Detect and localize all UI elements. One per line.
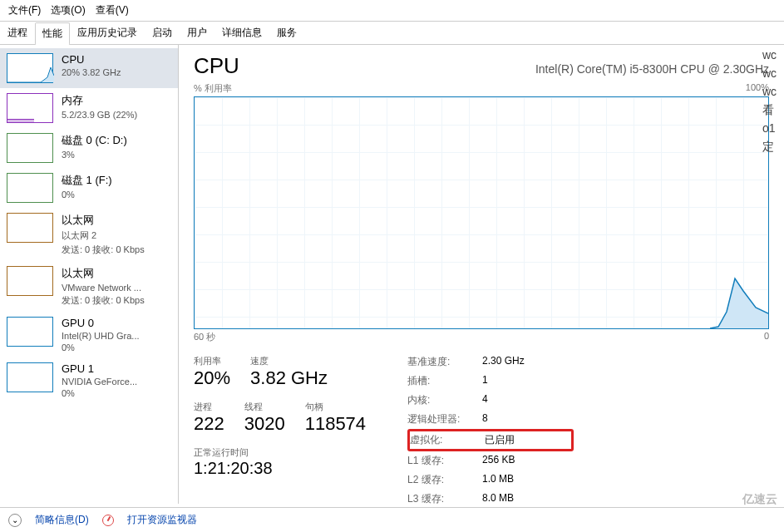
spec-l1-k: L1 缓存: bbox=[407, 454, 482, 468]
menu-view[interactable]: 查看(V) bbox=[96, 3, 129, 17]
spec-cores-v: 4 bbox=[482, 393, 574, 407]
sidebar-item-gpu-6[interactable]: GPU 0Intel(R) UHD Gra...0% bbox=[0, 312, 178, 357]
sidebar-item-sub2: 发送: 0 接收: 0 Kbps bbox=[62, 294, 145, 307]
sidebar-item-sub2: 发送: 0 接收: 0 Kbps bbox=[62, 244, 145, 256]
virtualization-highlight: 虚拟化: 已启用 bbox=[407, 429, 574, 451]
sidebar-item-mem-1[interactable]: 内存5.2/23.9 GB (22%) bbox=[0, 88, 178, 128]
tab-performance[interactable]: 性能 bbox=[35, 22, 70, 45]
sidebar: CPU20% 3.82 GHz内存5.2/23.9 GB (22%)磁盘 0 (… bbox=[0, 45, 179, 504]
sidebar-item-label: GPU 1 bbox=[62, 362, 137, 375]
spec-virt-v: 已启用 bbox=[485, 433, 576, 447]
spec-lproc-v: 8 bbox=[482, 412, 574, 426]
sidebar-item-sub2: 0% bbox=[62, 342, 140, 352]
sidebar-item-cpu-0[interactable]: CPU20% 3.82 GHz bbox=[0, 48, 178, 88]
spec-l2-v: 1.0 MB bbox=[482, 473, 574, 487]
spec-base-k: 基准速度: bbox=[407, 355, 482, 369]
tab-startup[interactable]: 启动 bbox=[145, 22, 180, 44]
spec-cores-k: 内核: bbox=[407, 393, 482, 407]
spec-sockets-k: 插槽: bbox=[407, 374, 482, 388]
stat-threads: 线程 3020 bbox=[244, 401, 285, 435]
sidebar-item-sub: 3% bbox=[62, 150, 127, 160]
tab-bar: 进程 性能 应用历史记录 启动 用户 详细信息 服务 bbox=[0, 22, 784, 45]
sidebar-item-sub: 5.2/23.9 GB (22%) bbox=[62, 110, 137, 120]
chart-x-left: 60 秒 bbox=[194, 331, 215, 343]
content-pane: CPU Intel(R) Core(TM) i5-8300H CPU @ 2.3… bbox=[179, 45, 784, 504]
thumb-gpu-icon bbox=[7, 317, 53, 347]
stat-handles: 句柄 118574 bbox=[305, 401, 366, 435]
stat-utilization: 利用率 20% bbox=[194, 355, 230, 389]
tab-apphistory[interactable]: 应用历史记录 bbox=[70, 22, 145, 44]
resource-monitor-icon[interactable] bbox=[102, 515, 114, 526]
spec-base-v: 2.30 GHz bbox=[482, 355, 574, 369]
tab-users[interactable]: 用户 bbox=[180, 22, 214, 44]
menu-options[interactable]: 选项(O) bbox=[51, 3, 85, 17]
sidebar-item-disk-3[interactable]: 磁盘 1 (F:)0% bbox=[0, 168, 178, 208]
menu-file[interactable]: 文件(F) bbox=[8, 3, 41, 17]
sidebar-item-sub: 20% 3.82 GHz bbox=[62, 67, 121, 77]
thumb-gpu-icon bbox=[7, 362, 53, 392]
sidebar-item-gpu-7[interactable]: GPU 1NVIDIA GeForce...0% bbox=[0, 357, 178, 403]
sidebar-item-eth-4[interactable]: 以太网以太网 2发送: 0 接收: 0 Kbps bbox=[0, 208, 178, 261]
sidebar-item-sub: VMware Network ... bbox=[62, 283, 145, 293]
sidebar-item-eth-5[interactable]: 以太网VMware Network ...发送: 0 接收: 0 Kbps bbox=[0, 261, 178, 312]
chevron-down-icon[interactable]: ⌄ bbox=[8, 514, 22, 527]
footer: ⌄ 简略信息(D) 打开资源监视器 bbox=[0, 507, 784, 532]
stat-uptime: 正常运行时间 1:21:20:38 bbox=[194, 446, 366, 478]
spec-l2-k: L2 缓存: bbox=[407, 473, 482, 487]
spec-table: 基准速度: 2.30 GHz 插槽: 1 内核: 4 逻辑处理器: 8 虚拟化:… bbox=[407, 355, 574, 506]
sidebar-item-sub: NVIDIA GeForce... bbox=[62, 377, 137, 387]
sidebar-item-label: 以太网 bbox=[62, 213, 145, 228]
chart-y-label: % 利用率 bbox=[194, 82, 232, 95]
cpu-model: Intel(R) Core(TM) i5-8300H CPU @ 2.30GHz bbox=[535, 62, 769, 76]
spec-l1-v: 256 KB bbox=[482, 454, 574, 468]
sidebar-item-disk-2[interactable]: 磁盘 0 (C: D:)3% bbox=[0, 128, 178, 168]
cpu-chart bbox=[194, 96, 769, 329]
sidebar-item-label: 内存 bbox=[62, 93, 137, 108]
sidebar-item-label: 磁盘 0 (C: D:) bbox=[62, 133, 127, 148]
watermark-logo: 亿速云 bbox=[742, 492, 777, 507]
thumb-eth-icon bbox=[7, 213, 53, 243]
thumb-disk-icon bbox=[7, 133, 53, 163]
sidebar-item-label: CPU bbox=[62, 53, 121, 66]
clipped-right-text: wcwcwc看o1定 bbox=[762, 46, 784, 155]
spec-virt-k: 虚拟化: bbox=[410, 433, 485, 447]
stat-processes: 进程 222 bbox=[194, 401, 224, 435]
sidebar-item-sub: Intel(R) UHD Gra... bbox=[62, 331, 140, 341]
thumb-mem-icon bbox=[7, 93, 53, 123]
tab-processes[interactable]: 进程 bbox=[0, 22, 35, 44]
thumb-cpu-icon bbox=[7, 53, 53, 83]
thumb-disk-icon bbox=[7, 173, 53, 203]
tab-details[interactable]: 详细信息 bbox=[214, 22, 269, 44]
tab-services[interactable]: 服务 bbox=[269, 22, 304, 44]
sidebar-item-label: 以太网 bbox=[62, 266, 145, 281]
open-resmon-link[interactable]: 打开资源监视器 bbox=[127, 513, 197, 527]
chart-x-right: 0 bbox=[764, 331, 769, 343]
spec-sockets-v: 1 bbox=[482, 374, 574, 388]
spec-lproc-k: 逻辑处理器: bbox=[407, 412, 482, 426]
brief-info-link[interactable]: 简略信息(D) bbox=[35, 513, 89, 527]
chart-line-icon bbox=[710, 262, 768, 328]
stat-speed: 速度 3.82 GHz bbox=[250, 355, 328, 389]
menu-bar: 文件(F) 选项(O) 查看(V) bbox=[0, 0, 784, 22]
sidebar-item-sub2: 0% bbox=[62, 388, 137, 398]
spec-l3-v: 8.0 MB bbox=[482, 492, 574, 506]
thumb-eth-icon bbox=[7, 266, 53, 296]
sidebar-item-label: 磁盘 1 (F:) bbox=[62, 173, 112, 188]
page-title: CPU bbox=[194, 53, 239, 79]
sidebar-item-sub: 0% bbox=[62, 190, 112, 200]
spec-l3-k: L3 缓存: bbox=[407, 492, 482, 506]
sidebar-item-label: GPU 0 bbox=[62, 317, 140, 329]
sidebar-item-sub: 以太网 2 bbox=[62, 229, 145, 242]
